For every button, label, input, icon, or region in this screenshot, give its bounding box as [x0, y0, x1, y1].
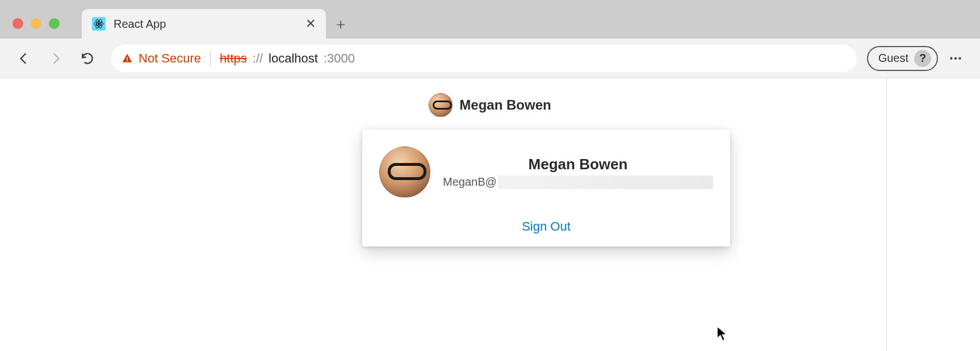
- guest-avatar-icon: ?: [914, 50, 931, 67]
- profile-button[interactable]: Guest ?: [867, 46, 938, 71]
- url-scheme: https: [220, 51, 247, 66]
- window-close-button[interactable]: [12, 18, 23, 29]
- browser-chrome: React App ✕ ＋ Not Secure https://localho…: [0, 0, 980, 78]
- reload-button[interactable]: [74, 45, 101, 72]
- new-tab-button[interactable]: ＋: [326, 9, 355, 39]
- react-icon: [92, 17, 106, 31]
- overflow-menu-button[interactable]: •••: [943, 45, 970, 72]
- account-flyout: Megan Bowen MeganB@ Sign Out: [362, 129, 730, 246]
- security-warning-icon: [122, 53, 133, 64]
- url-separator: ://: [253, 51, 263, 66]
- tab-strip: React App ✕ ＋: [0, 0, 980, 39]
- user-avatar-large-icon: [379, 147, 430, 198]
- profile-label: Guest: [878, 52, 908, 65]
- forward-button[interactable]: [42, 45, 69, 72]
- flyout-email: MeganB@: [443, 176, 713, 189]
- account-summary-row: Megan Bowen MeganB@: [379, 147, 713, 198]
- email-prefix: MeganB@: [443, 176, 497, 189]
- browser-tab[interactable]: React App ✕: [82, 9, 326, 39]
- email-redacted: [498, 176, 713, 189]
- flyout-user-name: Megan Bowen: [529, 156, 628, 173]
- window-minimize-button[interactable]: [31, 18, 41, 29]
- browser-toolbar: Not Secure https://localhost:3000 Guest …: [0, 39, 980, 78]
- address-bar[interactable]: Not Secure https://localhost:3000: [111, 45, 857, 72]
- window-controls: [12, 18, 60, 29]
- url-host: localhost: [269, 51, 318, 66]
- tab-title: React App: [114, 18, 298, 31]
- svg-point-0: [98, 23, 99, 24]
- account-info: Megan Bowen MeganB@: [443, 156, 713, 189]
- page-content: Megan Bowen Megan Bowen MeganB@ Sign Out: [0, 78, 980, 351]
- separator: [210, 51, 211, 66]
- tab-close-button[interactable]: ✕: [305, 16, 316, 31]
- window-maximize-button[interactable]: [49, 18, 60, 29]
- svg-rect-5: [127, 60, 128, 61]
- back-button[interactable]: [10, 45, 37, 72]
- svg-rect-4: [127, 57, 128, 60]
- security-status: Not Secure: [139, 51, 201, 66]
- sign-out-button[interactable]: Sign Out: [379, 219, 713, 234]
- url-port: :3000: [324, 51, 355, 66]
